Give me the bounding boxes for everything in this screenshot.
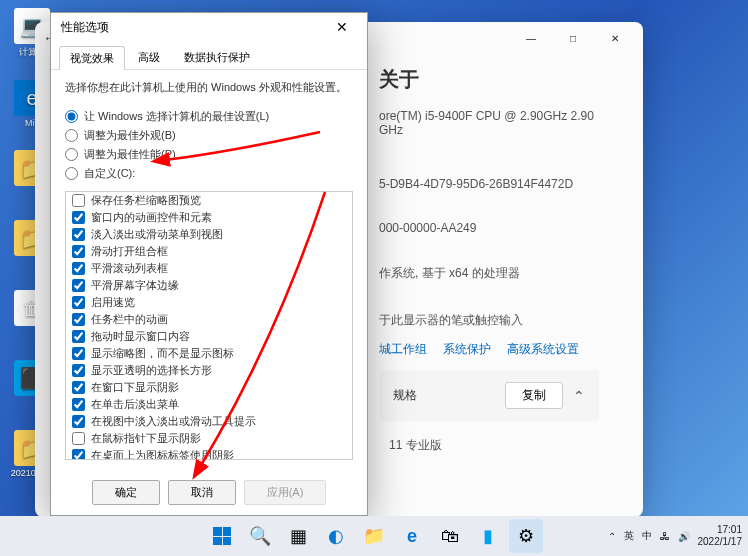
visual-effect-item[interactable]: 滑动打开组合框 [66,243,352,260]
tab-dep[interactable]: 数据执行保护 [173,45,261,69]
effect-checkbox[interactable] [72,194,85,207]
effect-label: 窗口内的动画控件和元素 [91,210,212,225]
close-button[interactable]: ✕ [595,24,635,52]
start-button[interactable] [205,519,239,553]
visual-effect-item[interactable]: 平滑滚动列表框 [66,260,352,277]
dialog-title: 性能选项 [61,19,109,36]
effect-checkbox[interactable] [72,415,85,428]
sound-icon[interactable]: 🔊 [678,531,690,542]
spec-product-id: 000-00000-AA249 [379,221,619,235]
visual-effect-item[interactable]: 淡入淡出或滑动菜单到视图 [66,226,352,243]
windows-logo-icon [213,527,231,545]
effect-checkbox[interactable] [72,398,85,411]
network-icon[interactable]: 🖧 [660,531,670,542]
ime-mode[interactable]: 中 [642,529,652,543]
link-advanced[interactable]: 高级系统设置 [507,341,579,358]
chevron-up-icon[interactable]: ⌃ [573,388,585,404]
effect-checkbox[interactable] [72,296,85,309]
ime-lang[interactable]: 英 [624,529,634,543]
effect-checkbox[interactable] [72,211,85,224]
spec-pen: 于此显示器的笔或触控输入 [379,312,619,329]
page-title: 关于 [379,66,619,93]
radio-label: 自定义(C): [84,166,135,181]
spec-systype: 作系统, 基于 x64 的处理器 [379,265,619,282]
radio-let-windows-choose[interactable]: 让 Windows 选择计算机的最佳设置(L) [65,107,353,126]
visual-effects-list[interactable]: 保存任务栏缩略图预览窗口内的动画控件和元素淡入淡出或滑动菜单到视图滑动打开组合框… [65,191,353,460]
spec-device-id: 5-D9B4-4D79-95D6-26B914F4472D [379,177,619,191]
task-view-button[interactable]: ▦ [281,519,315,553]
effect-label: 在鼠标指针下显示阴影 [91,431,201,446]
visual-effect-item[interactable]: 显示亚透明的选择长方形 [66,362,352,379]
edge-button[interactable]: e [395,519,429,553]
tray-chevron-icon[interactable]: ⌃ [608,531,616,542]
radio-input[interactable] [65,148,78,161]
copy-button[interactable]: 复制 [505,382,563,409]
effect-checkbox[interactable] [72,279,85,292]
visual-effect-item[interactable]: 拖动时显示窗口内容 [66,328,352,345]
visual-effect-item[interactable]: 启用速览 [66,294,352,311]
effect-checkbox[interactable] [72,432,85,445]
effect-checkbox[interactable] [72,245,85,258]
effect-checkbox[interactable] [72,262,85,275]
link-rename[interactable]: 城工作组 [379,341,427,358]
spec-cpu: ore(TM) i5-9400F CPU @ 2.90GHz 2.90 GHz [379,109,619,137]
visual-effect-item[interactable]: 在单击后淡出菜单 [66,396,352,413]
store-button[interactable]: 🛍 [433,519,467,553]
effect-checkbox[interactable] [72,228,85,241]
close-button[interactable]: ✕ [323,14,361,40]
apply-button[interactable]: 应用(A) [244,480,327,505]
effect-label: 平滑屏幕字体边缘 [91,278,179,293]
cancel-button[interactable]: 取消 [168,480,236,505]
visual-effect-item[interactable]: 显示缩略图，而不是显示图标 [66,345,352,362]
search-button[interactable]: 🔍 [243,519,277,553]
radio-input[interactable] [65,110,78,123]
effect-label: 在桌面上为图标标签使用阴影 [91,448,234,460]
radio-best-performance[interactable]: 调整为最佳性能(P) [65,145,353,164]
radio-label: 调整为最佳外观(B) [84,128,176,143]
effect-checkbox[interactable] [72,313,85,326]
effect-checkbox[interactable] [72,330,85,343]
effect-label: 显示缩略图，而不是显示图标 [91,346,234,361]
radio-custom[interactable]: 自定义(C): [65,164,353,183]
maximize-button[interactable]: □ [553,24,593,52]
time-text: 17:01 [698,524,743,536]
link-protect[interactable]: 系统保护 [443,341,491,358]
widgets-button[interactable]: ◐ [319,519,353,553]
effect-label: 拖动时显示窗口内容 [91,329,190,344]
visual-effect-item[interactable]: 任务栏中的动画 [66,311,352,328]
effect-label: 显示亚透明的选择长方形 [91,363,212,378]
explorer-button[interactable]: 📁 [357,519,391,553]
effect-checkbox[interactable] [72,347,85,360]
visual-effect-item[interactable]: 在鼠标指针下显示阴影 [66,430,352,447]
radio-input[interactable] [65,167,78,180]
radio-input[interactable] [65,129,78,142]
visual-effect-item[interactable]: 在桌面上为图标标签使用阴影 [66,447,352,460]
app-button[interactable]: ▮ [471,519,505,553]
minimize-button[interactable]: — [511,24,551,52]
effect-label: 淡入淡出或滑动菜单到视图 [91,227,223,242]
ok-button[interactable]: 确定 [92,480,160,505]
visual-effect-item[interactable]: 在视图中淡入淡出或滑动工具提示 [66,413,352,430]
tab-visual-effects[interactable]: 视觉效果 [59,46,125,70]
date-text: 2022/1/17 [698,536,743,548]
tab-strip: 视觉效果 高级 数据执行保护 [51,41,367,70]
effect-label: 在窗口下显示阴影 [91,380,179,395]
effect-checkbox[interactable] [72,364,85,377]
effect-checkbox[interactable] [72,381,85,394]
effect-label: 在单击后淡出菜单 [91,397,179,412]
dialog-titlebar: 性能选项 ✕ [51,13,367,41]
performance-options-dialog: 性能选项 ✕ 视觉效果 高级 数据执行保护 选择你想在此计算机上使用的 Wind… [50,12,368,516]
effect-checkbox[interactable] [72,449,85,460]
visual-effect-item[interactable]: 在窗口下显示阴影 [66,379,352,396]
visual-effect-item[interactable]: 平滑屏幕字体边缘 [66,277,352,294]
spec-edition: 11 专业版 [389,437,619,454]
radio-label: 让 Windows 选择计算机的最佳设置(L) [84,109,269,124]
radio-label: 调整为最佳性能(P) [84,147,176,162]
clock[interactable]: 17:01 2022/1/17 [698,524,743,548]
radio-best-appearance[interactable]: 调整为最佳外观(B) [65,126,353,145]
settings-button[interactable]: ⚙ [509,519,543,553]
visual-effect-item[interactable]: 窗口内的动画控件和元素 [66,209,352,226]
effect-label: 平滑滚动列表框 [91,261,168,276]
tab-advanced[interactable]: 高级 [127,45,171,69]
visual-effect-item[interactable]: 保存任务栏缩略图预览 [66,192,352,209]
